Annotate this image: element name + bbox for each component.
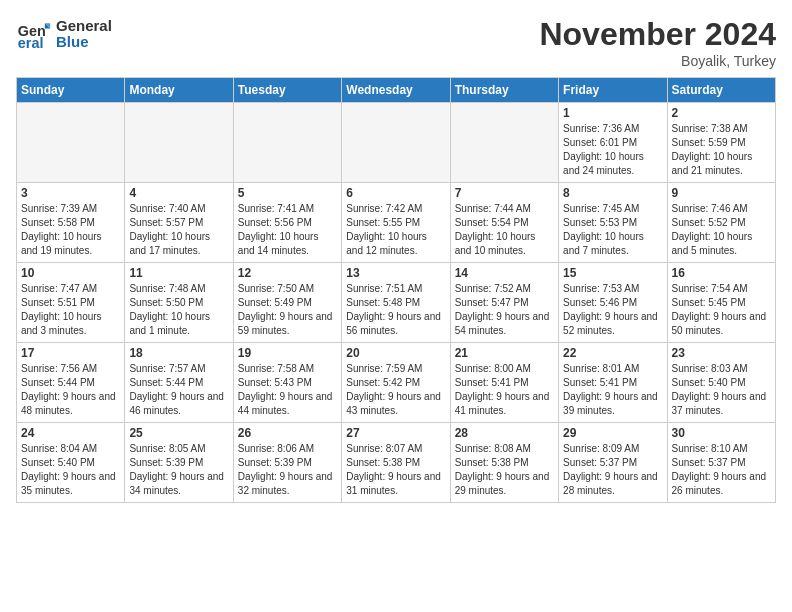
day-info-line: Sunrise: 7:44 AM (455, 202, 554, 216)
calendar-cell: 26Sunrise: 8:06 AMSunset: 5:39 PMDayligh… (233, 423, 341, 503)
calendar-cell: 24Sunrise: 8:04 AMSunset: 5:40 PMDayligh… (17, 423, 125, 503)
calendar-cell: 28Sunrise: 8:08 AMSunset: 5:38 PMDayligh… (450, 423, 558, 503)
day-info-line: Daylight: 10 hours and 14 minutes. (238, 230, 337, 258)
day-number: 16 (672, 266, 771, 280)
day-number: 4 (129, 186, 228, 200)
weekday-header-tuesday: Tuesday (233, 78, 341, 103)
calendar-cell: 22Sunrise: 8:01 AMSunset: 5:41 PMDayligh… (559, 343, 667, 423)
day-info-line: Daylight: 9 hours and 29 minutes. (455, 470, 554, 498)
calendar-cell: 23Sunrise: 8:03 AMSunset: 5:40 PMDayligh… (667, 343, 775, 423)
logo-text: General Blue (56, 18, 112, 51)
day-info-line: Daylight: 9 hours and 50 minutes. (672, 310, 771, 338)
day-info-line: Sunset: 5:53 PM (563, 216, 662, 230)
day-info-line: Sunrise: 7:52 AM (455, 282, 554, 296)
day-info-line: Daylight: 9 hours and 56 minutes. (346, 310, 445, 338)
day-info-line: Sunset: 5:55 PM (346, 216, 445, 230)
day-info: Sunrise: 7:45 AMSunset: 5:53 PMDaylight:… (563, 202, 662, 258)
calendar-cell: 20Sunrise: 7:59 AMSunset: 5:42 PMDayligh… (342, 343, 450, 423)
day-info-line: Sunrise: 7:50 AM (238, 282, 337, 296)
day-info-line: Daylight: 9 hours and 26 minutes. (672, 470, 771, 498)
day-info: Sunrise: 8:03 AMSunset: 5:40 PMDaylight:… (672, 362, 771, 418)
calendar-cell: 19Sunrise: 7:58 AMSunset: 5:43 PMDayligh… (233, 343, 341, 423)
day-info: Sunrise: 8:05 AMSunset: 5:39 PMDaylight:… (129, 442, 228, 498)
day-info-line: Sunset: 5:39 PM (238, 456, 337, 470)
day-info: Sunrise: 8:07 AMSunset: 5:38 PMDaylight:… (346, 442, 445, 498)
day-info-line: Sunrise: 7:56 AM (21, 362, 120, 376)
day-info-line: Sunrise: 7:45 AM (563, 202, 662, 216)
day-info: Sunrise: 8:09 AMSunset: 5:37 PMDaylight:… (563, 442, 662, 498)
day-info-line: Daylight: 10 hours and 1 minute. (129, 310, 228, 338)
day-info-line: Daylight: 9 hours and 37 minutes. (672, 390, 771, 418)
day-info: Sunrise: 7:54 AMSunset: 5:45 PMDaylight:… (672, 282, 771, 338)
day-info-line: Daylight: 9 hours and 54 minutes. (455, 310, 554, 338)
page-header: Gen eral General Blue November 2024 Boya… (16, 16, 776, 69)
day-info-line: Sunrise: 7:59 AM (346, 362, 445, 376)
day-number: 12 (238, 266, 337, 280)
day-info-line: Sunset: 5:56 PM (238, 216, 337, 230)
title-block: November 2024 Boyalik, Turkey (539, 16, 776, 69)
calendar-cell: 9Sunrise: 7:46 AMSunset: 5:52 PMDaylight… (667, 183, 775, 263)
day-number: 30 (672, 426, 771, 440)
day-info-line: Sunset: 5:44 PM (129, 376, 228, 390)
day-info-line: Sunrise: 8:06 AM (238, 442, 337, 456)
day-info: Sunrise: 7:53 AMSunset: 5:46 PMDaylight:… (563, 282, 662, 338)
day-info-line: Sunrise: 8:05 AM (129, 442, 228, 456)
day-info-line: Sunrise: 7:51 AM (346, 282, 445, 296)
calendar-cell: 12Sunrise: 7:50 AMSunset: 5:49 PMDayligh… (233, 263, 341, 343)
day-info-line: Sunset: 5:48 PM (346, 296, 445, 310)
day-info-line: Sunset: 5:41 PM (455, 376, 554, 390)
day-number: 24 (21, 426, 120, 440)
logo-icon: Gen eral (16, 16, 52, 52)
day-info-line: Daylight: 10 hours and 3 minutes. (21, 310, 120, 338)
day-info-line: Daylight: 9 hours and 35 minutes. (21, 470, 120, 498)
day-info-line: Sunset: 5:40 PM (672, 376, 771, 390)
day-info-line: Daylight: 9 hours and 46 minutes. (129, 390, 228, 418)
day-info-line: Sunrise: 7:36 AM (563, 122, 662, 136)
day-info: Sunrise: 7:58 AMSunset: 5:43 PMDaylight:… (238, 362, 337, 418)
day-info-line: Sunrise: 7:39 AM (21, 202, 120, 216)
calendar-week-2: 3Sunrise: 7:39 AMSunset: 5:58 PMDaylight… (17, 183, 776, 263)
day-info-line: Sunrise: 8:03 AM (672, 362, 771, 376)
day-info-line: Sunset: 5:40 PM (21, 456, 120, 470)
day-info-line: Sunrise: 7:47 AM (21, 282, 120, 296)
day-number: 8 (563, 186, 662, 200)
day-info-line: Sunrise: 7:40 AM (129, 202, 228, 216)
day-info: Sunrise: 8:06 AMSunset: 5:39 PMDaylight:… (238, 442, 337, 498)
day-info-line: Daylight: 9 hours and 52 minutes. (563, 310, 662, 338)
calendar-header-row: SundayMondayTuesdayWednesdayThursdayFrid… (17, 78, 776, 103)
day-info-line: Sunset: 5:41 PM (563, 376, 662, 390)
day-info-line: Sunrise: 7:58 AM (238, 362, 337, 376)
day-info: Sunrise: 7:46 AMSunset: 5:52 PMDaylight:… (672, 202, 771, 258)
day-info-line: Sunset: 5:38 PM (455, 456, 554, 470)
calendar-cell: 5Sunrise: 7:41 AMSunset: 5:56 PMDaylight… (233, 183, 341, 263)
day-number: 18 (129, 346, 228, 360)
calendar-cell: 6Sunrise: 7:42 AMSunset: 5:55 PMDaylight… (342, 183, 450, 263)
day-number: 6 (346, 186, 445, 200)
calendar-cell: 21Sunrise: 8:00 AMSunset: 5:41 PMDayligh… (450, 343, 558, 423)
calendar-cell: 7Sunrise: 7:44 AMSunset: 5:54 PMDaylight… (450, 183, 558, 263)
calendar-cell: 14Sunrise: 7:52 AMSunset: 5:47 PMDayligh… (450, 263, 558, 343)
day-info: Sunrise: 8:00 AMSunset: 5:41 PMDaylight:… (455, 362, 554, 418)
day-info: Sunrise: 7:59 AMSunset: 5:42 PMDaylight:… (346, 362, 445, 418)
calendar-week-1: 1Sunrise: 7:36 AMSunset: 6:01 PMDaylight… (17, 103, 776, 183)
day-number: 28 (455, 426, 554, 440)
day-info: Sunrise: 7:42 AMSunset: 5:55 PMDaylight:… (346, 202, 445, 258)
calendar-cell (342, 103, 450, 183)
day-number: 21 (455, 346, 554, 360)
day-info-line: Sunset: 5:43 PM (238, 376, 337, 390)
day-number: 11 (129, 266, 228, 280)
day-info-line: Sunrise: 7:48 AM (129, 282, 228, 296)
day-info: Sunrise: 8:08 AMSunset: 5:38 PMDaylight:… (455, 442, 554, 498)
day-info: Sunrise: 7:50 AMSunset: 5:49 PMDaylight:… (238, 282, 337, 338)
day-info-line: Daylight: 9 hours and 34 minutes. (129, 470, 228, 498)
weekday-header-saturday: Saturday (667, 78, 775, 103)
day-info: Sunrise: 7:51 AMSunset: 5:48 PMDaylight:… (346, 282, 445, 338)
day-info: Sunrise: 7:52 AMSunset: 5:47 PMDaylight:… (455, 282, 554, 338)
day-info-line: Daylight: 10 hours and 21 minutes. (672, 150, 771, 178)
day-number: 14 (455, 266, 554, 280)
calendar-cell: 2Sunrise: 7:38 AMSunset: 5:59 PMDaylight… (667, 103, 775, 183)
day-info-line: Sunset: 5:47 PM (455, 296, 554, 310)
day-info-line: Sunset: 5:42 PM (346, 376, 445, 390)
day-info-line: Daylight: 10 hours and 10 minutes. (455, 230, 554, 258)
day-info-line: Daylight: 9 hours and 39 minutes. (563, 390, 662, 418)
